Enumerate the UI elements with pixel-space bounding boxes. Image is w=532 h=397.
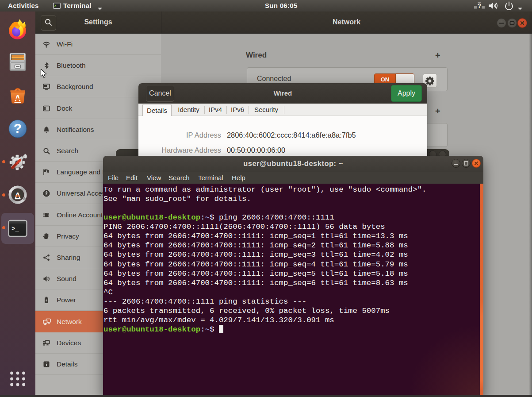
svg-text:?: ? <box>478 2 482 9</box>
svg-text:A: A <box>15 191 20 200</box>
svg-text:A: A <box>15 93 21 103</box>
svg-text:?: ? <box>14 121 22 135</box>
svg-text:>_: >_ <box>11 225 19 232</box>
